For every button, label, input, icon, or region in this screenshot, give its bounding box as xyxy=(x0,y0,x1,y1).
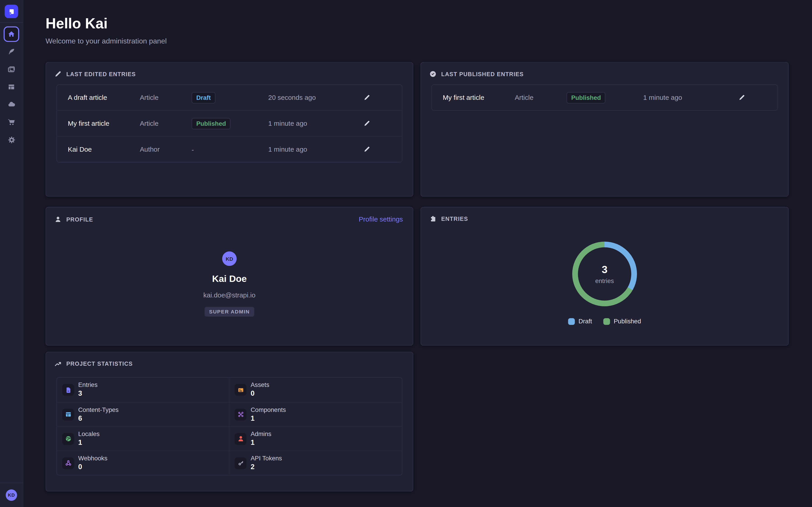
card-title: ENTRIES xyxy=(441,216,468,222)
entry-time: 20 seconds ago xyxy=(268,94,363,101)
sidebar-item-marketplace[interactable] xyxy=(4,114,19,130)
sidebar-item-content-manager[interactable] xyxy=(4,44,19,59)
chart-legend: Draft Published xyxy=(568,318,641,325)
edit-entry-button[interactable] xyxy=(364,94,370,101)
sidebar-bottom: KD xyxy=(0,483,23,507)
images-icon xyxy=(7,65,15,73)
profile-settings-link[interactable]: Profile settings xyxy=(359,215,403,223)
stat-label: API Tokens xyxy=(251,455,282,462)
layout-icon xyxy=(7,83,15,91)
card-title: PROFILE xyxy=(66,216,93,222)
entry-status: Published xyxy=(192,118,268,129)
stat-webhooks: Webhooks0 xyxy=(57,451,230,475)
stat-label: Components xyxy=(251,406,286,414)
stat-label: Content-Types xyxy=(78,406,119,414)
stat-value: 2 xyxy=(251,463,282,471)
stat-admins: Admins1 xyxy=(230,426,402,451)
page-header: Hello Kai Welcome to your administration… xyxy=(23,0,812,45)
cart-icon xyxy=(7,118,15,126)
entry-time: 1 minute ago xyxy=(643,94,739,101)
card-header: LAST PUBLISHED ENTRIES xyxy=(421,63,788,82)
sidebar-item-content-type-builder[interactable] xyxy=(4,79,19,95)
entries-table: My first article Article Published 1 min… xyxy=(432,84,778,111)
home-icon xyxy=(7,30,15,38)
main-content: Hello Kai Welcome to your administration… xyxy=(23,0,812,507)
profile-name: Kai Doe xyxy=(212,274,247,285)
dashboard-grid: LAST EDITED ENTRIES A draft article Arti… xyxy=(46,62,789,492)
screen: KD Hello Kai Welcome to your administrat… xyxy=(0,0,812,507)
entry-name: A draft article xyxy=(57,94,140,101)
table-row: My first article Article Published 1 min… xyxy=(432,85,777,110)
entry-type: Author xyxy=(140,145,192,153)
published-swatch xyxy=(603,318,610,325)
card-header: ENTRIES xyxy=(421,208,788,227)
card-title: PROJECT STATISTICS xyxy=(66,360,133,367)
project-statistics-card: PROJECT STATISTICS Entries3 Assets0 xyxy=(46,352,413,492)
stat-value: 1 xyxy=(251,439,271,447)
table-row: Kai Doe Author - 1 minute ago xyxy=(57,136,402,162)
entry-status: Draft xyxy=(192,92,268,103)
sidebar-item-settings[interactable] xyxy=(4,132,19,147)
stats-grid: Entries3 Assets0 Content-Types6 Com xyxy=(56,377,402,475)
entries-chart: 3 entries Draft Published xyxy=(421,227,788,325)
status-badge: Published xyxy=(192,118,231,129)
stat-locales: Locales1 xyxy=(57,426,230,451)
layout-grid-icon xyxy=(62,408,74,420)
strapi-admin-app: KD Hello Kai Welcome to your administrat… xyxy=(0,0,812,507)
sidebar-item-home[interactable] xyxy=(4,26,19,42)
left-column: LAST EDITED ENTRIES A draft article Arti… xyxy=(46,62,413,492)
entry-name: My first article xyxy=(432,94,515,101)
donut-value: 3 xyxy=(602,264,608,276)
check-circle-icon xyxy=(429,70,437,77)
entry-type: Article xyxy=(140,119,192,127)
role-badge: SUPER ADMIN xyxy=(204,307,254,317)
entry-status: - xyxy=(192,145,268,154)
entries-table: A draft article Article Draft 20 seconds… xyxy=(56,84,402,163)
page-subtitle: Welcome to your administration panel xyxy=(46,37,812,45)
file-icon xyxy=(62,384,74,396)
stat-value: 0 xyxy=(251,390,269,398)
webhook-icon xyxy=(62,457,74,469)
profile-email: kai.doe@strapi.io xyxy=(203,291,256,299)
donut-label: entries xyxy=(595,277,614,284)
stat-value: 3 xyxy=(78,390,98,398)
profile-card: PROFILE Profile settings KD Kai Doe kai.… xyxy=(46,207,413,345)
legend-item-published[interactable]: Published xyxy=(603,318,641,325)
key-icon xyxy=(235,457,247,469)
status-badge: Published xyxy=(567,92,606,103)
edit-entry-button[interactable] xyxy=(739,94,745,101)
stat-label: Locales xyxy=(78,431,100,438)
person-icon xyxy=(54,215,62,223)
stat-components: Components1 xyxy=(230,402,402,426)
avatar[interactable]: KD xyxy=(6,490,17,501)
stat-value: 0 xyxy=(78,463,108,471)
cloud-icon xyxy=(7,100,15,109)
entry-time: 1 minute ago xyxy=(268,145,363,153)
stat-value: 1 xyxy=(78,439,100,447)
entry-type: Article xyxy=(515,94,567,101)
image-icon xyxy=(235,384,247,396)
globe-icon xyxy=(62,433,74,445)
edit-entry-button[interactable] xyxy=(364,146,370,153)
draft-swatch xyxy=(568,318,575,325)
entries-chart-card: ENTRIES 3 entries Draft xyxy=(420,207,789,345)
stat-entries: Entries3 xyxy=(57,378,230,402)
edit-entry-button[interactable] xyxy=(364,120,370,127)
entry-time: 1 minute ago xyxy=(268,119,363,127)
sidebar-item-media-library[interactable] xyxy=(4,61,19,77)
stat-value: 1 xyxy=(251,414,286,422)
profile-avatar: KD xyxy=(222,251,237,266)
stat-label: Admins xyxy=(251,431,271,438)
sidebar-item-deploy[interactable] xyxy=(4,97,19,112)
card-title: LAST PUBLISHED ENTRIES xyxy=(441,71,524,77)
table-row: A draft article Article Draft 20 seconds… xyxy=(57,85,402,110)
legend-item-draft[interactable]: Draft xyxy=(568,318,592,325)
puzzle-icon xyxy=(429,215,437,222)
entry-status: Published xyxy=(567,92,643,103)
stat-assets: Assets0 xyxy=(230,378,402,402)
profile-body: KD Kai Doe kai.doe@strapi.io SUPER ADMIN xyxy=(46,228,413,317)
status-dash: - xyxy=(192,146,194,153)
strapi-logo-button[interactable] xyxy=(5,5,18,18)
legend-label: Draft xyxy=(578,318,592,325)
sidebar-bottom-divider xyxy=(0,483,23,483)
